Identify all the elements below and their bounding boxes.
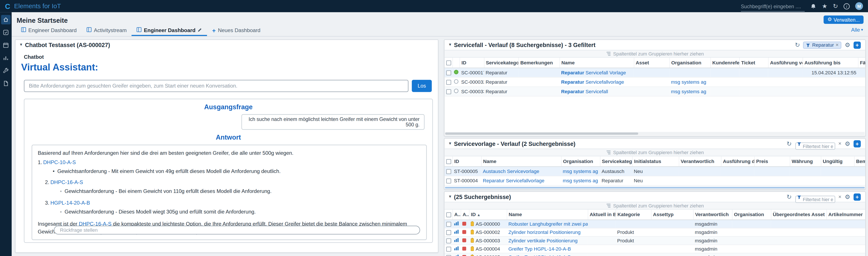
model-link[interactable]: HGPL-14-20-A-B bbox=[50, 199, 90, 206]
col-header-initialstatus[interactable]: Initialstatus bbox=[632, 156, 679, 167]
row-checkbox[interactable] bbox=[446, 70, 451, 75]
col-header-ungueltig[interactable]: Ungültig bbox=[821, 156, 854, 167]
col-header-name[interactable]: Name bbox=[507, 210, 588, 220]
model-link[interactable]: DHPC-16-A-S bbox=[50, 179, 83, 185]
active-filter-chip[interactable]: Reparatur × bbox=[803, 41, 841, 48]
organisation-link[interactable]: msg systems ag bbox=[563, 169, 598, 174]
col-header-id[interactable]: ID bbox=[452, 156, 481, 167]
table-row[interactable]: AS-000000 Robuster Langhubgreifer mit zw… bbox=[445, 220, 865, 228]
group-by-bar[interactable]: Spaltentitel zum Gruppieren hierher zieh… bbox=[445, 50, 865, 58]
gear-icon[interactable]: ⚙ bbox=[845, 42, 850, 48]
sidebar-item-analytics[interactable] bbox=[1, 53, 10, 63]
remove-filter-icon[interactable]: × bbox=[835, 42, 838, 47]
col-header-id[interactable]: ID bbox=[460, 58, 484, 68]
horizontal-scrollbar[interactable] bbox=[445, 132, 865, 135]
group-by-bar[interactable]: Spaltentitel zum Gruppieren hierher zieh… bbox=[445, 148, 865, 156]
row-checkbox[interactable] bbox=[446, 178, 451, 183]
tab-activitystream[interactable]: Activitystream bbox=[82, 26, 131, 36]
organisation-link[interactable]: msg systems ag bbox=[671, 79, 706, 85]
add-servicevorlage-button[interactable]: + bbox=[854, 140, 861, 147]
followup-input[interactable] bbox=[54, 226, 420, 234]
col-header-artikelnummer[interactable]: Artikelnummer bbox=[826, 210, 865, 220]
col-header-organisation[interactable]: Organisation bbox=[561, 156, 600, 167]
row-checkbox[interactable] bbox=[446, 89, 451, 94]
col-header-servicekategorie[interactable]: Servicekategorie bbox=[484, 58, 519, 68]
col-header-ticket[interactable]: Ticket bbox=[739, 58, 768, 68]
row-checkbox[interactable] bbox=[446, 169, 451, 174]
assistant-query-input[interactable] bbox=[24, 80, 408, 92]
row-checkbox[interactable] bbox=[446, 79, 451, 84]
bell-icon[interactable] bbox=[810, 3, 816, 9]
sidebar-item-home[interactable] bbox=[1, 15, 10, 24]
asset-name-link[interactable]: Greifer Typ HGPL-14-40-A-B bbox=[508, 254, 571, 256]
collapse-caret-icon[interactable]: ▾ bbox=[20, 43, 22, 47]
row-checkbox[interactable] bbox=[446, 222, 451, 226]
col-header-kategorie[interactable]: Kategorie bbox=[615, 210, 651, 220]
servicefall-name-link[interactable]: Reparatur Servicefallvorlage bbox=[561, 79, 624, 85]
col-header-waehrung[interactable]: Währung bbox=[790, 156, 821, 167]
add-asset-button[interactable]: + bbox=[854, 193, 861, 200]
col-header-name[interactable]: Name bbox=[559, 58, 634, 68]
table-row[interactable]: AS-000002 Zylinder horizontal Positionie… bbox=[445, 228, 865, 236]
organisation-link[interactable]: msg systems ag bbox=[671, 89, 706, 94]
table-row[interactable]: AS-000004 Greifer Typ HGPL-14-20-A-B msg… bbox=[445, 245, 865, 253]
user-avatar[interactable]: M bbox=[855, 2, 863, 10]
manage-dashboards-button[interactable]: ⚙ Verwalten... bbox=[824, 15, 863, 24]
col-header-a1[interactable]: A.. bbox=[452, 210, 461, 220]
table-row[interactable]: ST-000005 Austausch Servicevorlage msg s… bbox=[445, 167, 865, 176]
group-by-bar[interactable]: Spaltentitel zum Gruppieren hierher zieh… bbox=[445, 202, 865, 210]
col-header-ausfuehrung-bis[interactable]: Ausführung bis bbox=[803, 58, 858, 68]
row-checkbox[interactable] bbox=[446, 238, 451, 243]
col-header-assettyp[interactable]: Assettyp bbox=[651, 210, 693, 220]
select-all-checkbox[interactable] bbox=[446, 159, 451, 164]
col-header-verantwortlich[interactable]: Verantwortlich bbox=[679, 156, 721, 167]
collapse-caret-icon[interactable]: ▾ bbox=[449, 141, 451, 146]
table-row[interactable]: AS-000005 Greifer Typ HGPL-14-40-A-B msg… bbox=[445, 253, 865, 256]
global-search-input[interactable] bbox=[741, 4, 805, 9]
servicevorlage-name-link[interactable]: Austausch Servicevorlage bbox=[483, 169, 539, 174]
tab-new-dashboard[interactable]: + Neues Dashboard bbox=[207, 26, 266, 36]
sidebar-item-tools[interactable] bbox=[1, 66, 10, 75]
col-header-faelligkeit[interactable]: Fä... bbox=[858, 58, 865, 68]
col-header-ausfuehrung-durch[interactable]: Ausführung durch bbox=[721, 156, 754, 167]
gear-icon[interactable]: ⚙ bbox=[845, 194, 850, 200]
col-header-uebergeordnetes-asset[interactable]: Übergeordnetes Asset bbox=[771, 210, 826, 220]
edit-pencil-icon[interactable] bbox=[198, 27, 202, 33]
col-header-a2[interactable]: A.. bbox=[461, 210, 469, 220]
col-header-bemerkungen[interactable]: Bemerkungen bbox=[519, 58, 559, 68]
col-header-name[interactable]: Name bbox=[481, 156, 561, 167]
gear-icon[interactable]: ⚙ bbox=[845, 141, 850, 147]
row-checkbox[interactable] bbox=[446, 247, 451, 251]
refresh-icon[interactable]: ↻ bbox=[786, 141, 792, 147]
col-header-id[interactable]: ID▲ bbox=[469, 210, 507, 220]
collapse-caret-icon[interactable]: ▾ bbox=[449, 195, 451, 199]
favorites-star-icon[interactable]: ★ bbox=[822, 3, 827, 9]
sidebar-item-calendar[interactable] bbox=[1, 40, 10, 50]
col-header-ausfuehrung-von[interactable]: Ausführung von bbox=[768, 58, 803, 68]
asset-name-link[interactable]: Robuster Langhubgreifer mit zwei paralle… bbox=[508, 221, 588, 227]
info-icon[interactable]: i bbox=[843, 3, 849, 9]
sidebar-item-approvals[interactable] bbox=[1, 28, 10, 37]
sidebar-item-documents[interactable] bbox=[1, 79, 10, 88]
scrollbar-thumb[interactable] bbox=[445, 133, 638, 135]
col-header-kundenreferenz[interactable]: Kundenreferen... bbox=[710, 58, 739, 68]
servicefall-name-link[interactable]: Reparatur Servicefall bbox=[561, 89, 608, 94]
select-all-checkbox[interactable] bbox=[446, 60, 451, 65]
table-row[interactable]: SC-000032 Reparatur Reparatur Servicefal… bbox=[445, 77, 865, 87]
table-row[interactable]: AS-000003 Zylinder vertikale Positionier… bbox=[445, 236, 865, 245]
col-header-aktuell-in-betrieb[interactable]: Aktuell in Betrieb bbox=[588, 210, 615, 220]
asset-name-link[interactable]: Zylinder vertikale Positionierung bbox=[508, 238, 578, 244]
col-header-asset[interactable]: Asset bbox=[634, 58, 670, 68]
servicevorlage-name-link[interactable]: Reparatur Servicefallvorlage bbox=[483, 178, 545, 184]
select-all-checkbox[interactable] bbox=[446, 212, 451, 217]
tab-engineer-dashboard-1[interactable]: Engineer Dashboard bbox=[16, 26, 82, 36]
row-checkbox[interactable] bbox=[446, 255, 451, 256]
table-row[interactable]: ST-000004 Reparatur Servicefallvorlage m… bbox=[445, 176, 865, 185]
row-checkbox[interactable] bbox=[446, 230, 451, 235]
col-header-bemerkungen[interactable]: Bemer... bbox=[854, 156, 865, 167]
table-row[interactable]: SC-000017 Reparatur Reparatur Servicefal… bbox=[445, 68, 865, 77]
start-conversation-button[interactable]: Los bbox=[412, 80, 432, 92]
col-header-preis[interactable]: Preis bbox=[754, 156, 790, 167]
tab-engineer-dashboard-2[interactable]: Engineer Dashboard bbox=[132, 26, 207, 36]
table-row[interactable]: SC-000033 Reparatur Reparatur Servicefal… bbox=[445, 87, 865, 96]
